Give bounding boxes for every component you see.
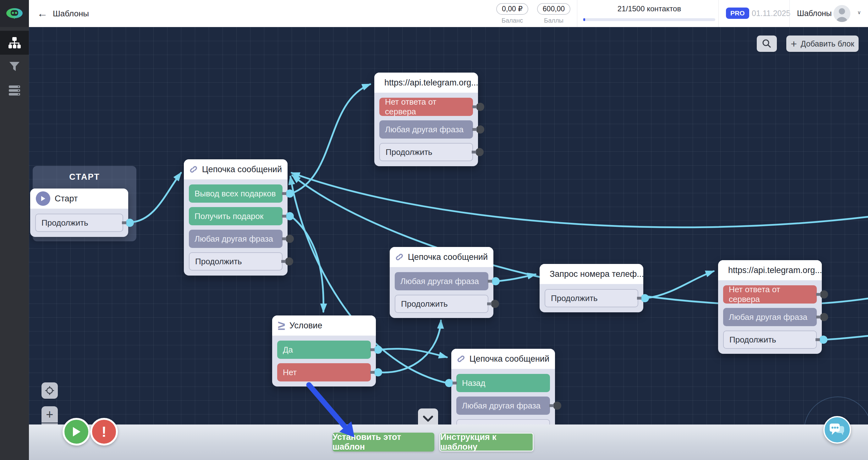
node-condition[interactable]: ≥УсловиеДаНет [272,315,376,387]
flow-button-telegram-2-0[interactable]: Нет ответа от сервера [723,285,817,304]
flow-button-condition-0[interactable]: Да [277,341,371,359]
flow-button-label: Получить подарок [194,211,264,221]
connector-port-cyan[interactable] [819,336,828,344]
node-chain-2[interactable]: Цепочка сообщенийЛюбая другая фразаПродо… [390,247,493,318]
node-header-chain-3[interactable]: Цепочка сообщений [451,349,555,369]
flow-button-chain-1-0[interactable]: Вывод всех подарков [189,184,282,203]
flow-button-chain-2-0[interactable]: Любая другая фраза [395,272,488,290]
connector-port-dark[interactable] [820,313,828,321]
exclamation-icon: ! [101,423,106,440]
node-body: Вывод всех подарковПолучить подарокЛюбая… [184,179,287,276]
connector-port-cyan[interactable] [374,346,382,354]
contacts-progress-fill [583,18,585,21]
chevron-down-icon [422,415,434,423]
connector-port-dark[interactable] [820,290,828,299]
flow-button-label: Продолжить [385,147,432,157]
flow-button-label: Любая другая фраза [194,234,273,244]
node-title: https://api.telegram.org... [384,78,478,88]
node-telegram-1[interactable]: https://api.telegram.org...Нет ответа от… [374,72,478,166]
support-chat-button[interactable] [824,416,851,444]
connector-port-cyan[interactable] [445,379,453,387]
connector-port-cyan[interactable] [126,219,134,227]
connector-port-cyan[interactable] [286,189,294,197]
flow-button-label: Продолжить [401,299,448,309]
connector-port-dark[interactable] [553,402,561,410]
sidebar-item-funnel[interactable] [0,55,29,79]
flow-button-phone-request-0[interactable]: Продолжить [545,289,638,307]
connection-wire [379,320,441,372]
connector-port-cyan[interactable] [374,368,382,376]
flow-icon [8,36,21,49]
connection-wire [379,349,447,357]
add-block-button[interactable]: + Добавить блок [786,35,859,52]
page-title: Шаблоны [53,9,89,19]
flow-button-label: Продолжить [551,294,598,303]
flow-button-chain-3-0[interactable]: Назад [456,374,550,392]
contacts-count: 21/1500 контактов [583,4,715,13]
zoom-in-button[interactable]: + [41,406,58,423]
node-header-chain-2[interactable]: Цепочка сообщений [390,247,493,267]
robot-logo-icon [6,6,23,21]
node-title: https://api.telegram.org... [728,266,822,275]
flow-button-chain-3-1[interactable]: Любая другая фраза [456,397,550,415]
balance-value[interactable]: 0,00 ₽ [496,3,528,15]
node-start[interactable]: СтартПродолжить [30,188,128,237]
node-header-condition[interactable]: ≥Условие [272,315,376,336]
connector-port-cyan[interactable] [641,294,649,302]
node-telegram-2[interactable]: https://api.telegram.org...Нет ответа от… [718,260,822,354]
crosshair-icon [44,385,55,396]
install-template-button[interactable]: Установить этот шаблон [333,433,434,452]
node-header-start[interactable]: Старт [30,188,128,209]
template-instructions-button[interactable]: Инструкция к шаблону [439,433,534,452]
plan-expiry-date: 01.11.2025 [752,9,790,18]
connector-port-cyan[interactable] [286,212,294,220]
app-logo[interactable] [0,0,29,27]
search-button[interactable] [757,35,777,52]
connector-port-dark[interactable] [491,300,499,308]
flow-button-chain-1-1[interactable]: Получить подарок [189,207,282,225]
errors-button[interactable]: ! [90,418,118,446]
user-avatar[interactable] [833,5,850,22]
connection-wire [497,274,535,281]
divider [789,0,790,27]
flow-button-chain-1-2[interactable]: Любая другая фраза [189,230,282,248]
flow-button-chain-1-3[interactable]: Продолжить [189,252,282,271]
connector-port-dark[interactable] [285,257,293,266]
flow-button-telegram-1-0[interactable]: Нет ответа от сервера [379,98,473,116]
node-header-telegram-2[interactable]: https://api.telegram.org... [718,260,822,280]
node-header-phone-request[interactable]: Запрос номера телеф... [539,264,643,284]
node-header-chain-1[interactable]: Цепочка сообщений [184,159,287,179]
connector-port-dark[interactable] [476,103,484,111]
connector-port-cyan[interactable] [492,277,500,285]
chain-link-icon [457,352,465,365]
plus-icon: + [46,407,53,422]
balance-label: Баланс [502,17,523,24]
points-label: Баллы [544,17,563,24]
sidebar-item-channels[interactable] [0,79,29,102]
back-button[interactable]: ← [37,7,48,20]
connector-port-dark[interactable] [475,148,484,156]
center-view-button[interactable] [41,382,58,399]
node-chain-1[interactable]: Цепочка сообщенийВывод всех подарковПолу… [184,159,287,276]
flow-button-telegram-1-1[interactable]: Любая другая фраза [379,120,473,139]
flow-button-telegram-1-2[interactable]: Продолжить [379,143,473,161]
flow-button-condition-1[interactable]: Нет [277,363,371,381]
points-value[interactable]: 600,00 [537,3,570,15]
connector-port-dark[interactable] [286,235,294,243]
account-menu-label[interactable]: Шаблоны [797,9,832,18]
node-header-telegram-1[interactable]: https://api.telegram.org... [374,72,478,93]
node-phone-request[interactable]: Запрос номера телеф...Продолжить [539,264,643,312]
sidebar-item-flow-builder[interactable] [0,31,29,55]
run-bot-button[interactable] [63,418,90,446]
flow-button-label: Продолжить [41,218,88,228]
flow-button-start-0[interactable]: Продолжить [35,214,123,232]
funnel-icon [9,61,20,72]
flow-button-chain-2-1[interactable]: Продолжить [395,295,488,313]
chain-link-icon [189,163,198,176]
connector-port-dark[interactable] [476,125,484,133]
node-body: Продолжить [30,209,128,237]
play-icon [36,191,50,206]
flow-button-telegram-2-1[interactable]: Любая другая фраза [723,308,817,326]
flow-button-telegram-2-2[interactable]: Продолжить [723,331,817,349]
chevron-down-icon[interactable]: ∨ [857,9,861,16]
